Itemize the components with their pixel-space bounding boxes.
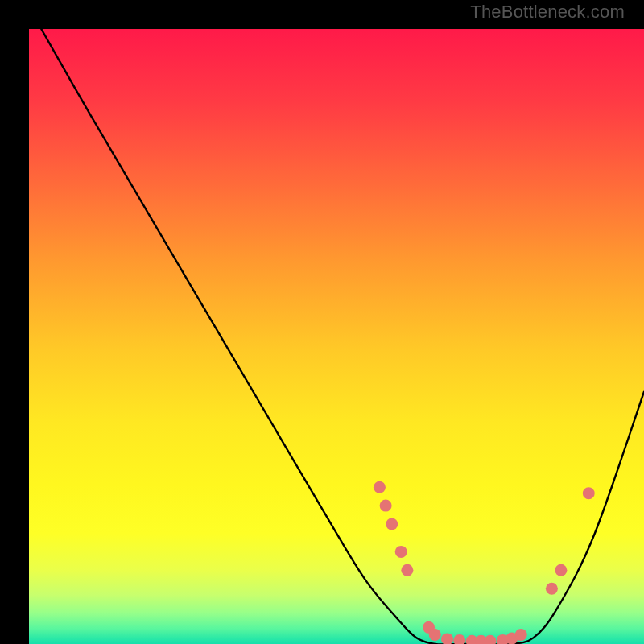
curve-marker xyxy=(583,487,595,499)
bottleneck-curve xyxy=(41,29,644,644)
curve-marker xyxy=(555,564,567,576)
chart-frame xyxy=(14,14,630,630)
curve-marker xyxy=(546,583,558,595)
curve-marker xyxy=(515,629,527,641)
curve-markers xyxy=(374,481,595,644)
curve-marker xyxy=(374,481,386,493)
curve-marker xyxy=(386,518,398,530)
attribution-text: TheBottleneck.com xyxy=(470,2,625,23)
curve-marker xyxy=(395,546,407,558)
plot-area xyxy=(29,29,644,644)
curve-marker xyxy=(380,500,392,512)
curve-marker xyxy=(453,634,465,644)
curve-marker xyxy=(429,629,441,641)
curve-marker xyxy=(485,635,497,644)
chart-svg xyxy=(29,29,644,644)
curve-marker xyxy=(441,633,453,644)
curve-marker xyxy=(401,564,413,576)
